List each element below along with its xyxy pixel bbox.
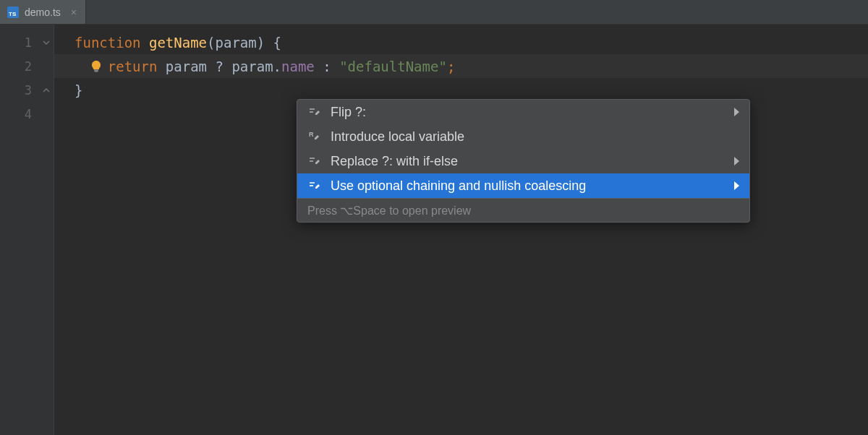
close-icon[interactable]: × [71, 7, 77, 18]
code-area[interactable]: function getName(param) { return param ?… [54, 25, 868, 435]
intention-actions-popup: Flip ?: R Introduce local variable Repla… [297, 99, 750, 223]
editor-area: 1 2 3 4 function getName(param) { [0, 25, 868, 435]
refactor-icon: R [307, 129, 322, 144]
chevron-right-icon [734, 108, 739, 116]
edit-icon [307, 178, 322, 193]
svg-rect-1 [95, 71, 98, 72]
chevron-right-icon [734, 157, 739, 165]
intention-item-introduce-variable[interactable]: R Introduce local variable [297, 124, 749, 149]
code-line-1: function getName(param) { [54, 30, 868, 54]
lightbulb-icon[interactable] [89, 59, 103, 74]
intention-footer: Press ⌥Space to open preview [297, 198, 749, 222]
tab-bar: demo.ts × [0, 0, 868, 25]
gutter-line-4[interactable]: 4 [0, 102, 54, 126]
chevron-right-icon [734, 181, 739, 190]
intention-item-label: Replace ?: with if-else [331, 154, 458, 169]
fold-marker-icon[interactable] [42, 86, 51, 95]
svg-text:R: R [309, 131, 314, 138]
intention-item-flip[interactable]: Flip ?: [297, 100, 749, 124]
gutter-line-1[interactable]: 1 [0, 30, 54, 54]
edit-icon [307, 105, 322, 119]
edit-icon [307, 154, 322, 168]
gutter-line-3[interactable]: 3 [0, 78, 54, 102]
ts-file-icon [7, 7, 19, 18]
gutter: 1 2 3 4 [0, 25, 54, 435]
intention-item-label: Use optional chaining and nullish coales… [331, 178, 586, 194]
tab-filename: demo.ts [25, 7, 61, 18]
code-line-2: return param ? param.name : "defaultName… [54, 54, 868, 78]
gutter-line-2[interactable]: 2 [0, 54, 54, 78]
intention-item-label: Introduce local variable [331, 129, 464, 145]
fold-marker-icon[interactable] [42, 38, 51, 47]
intention-item-replace-if-else[interactable]: Replace ?: with if-else [297, 149, 749, 173]
intention-item-optional-chaining[interactable]: Use optional chaining and nullish coales… [297, 173, 749, 198]
intention-item-label: Flip ?: [331, 105, 366, 120]
file-tab[interactable]: demo.ts × [0, 0, 86, 24]
svg-rect-0 [94, 69, 98, 70]
